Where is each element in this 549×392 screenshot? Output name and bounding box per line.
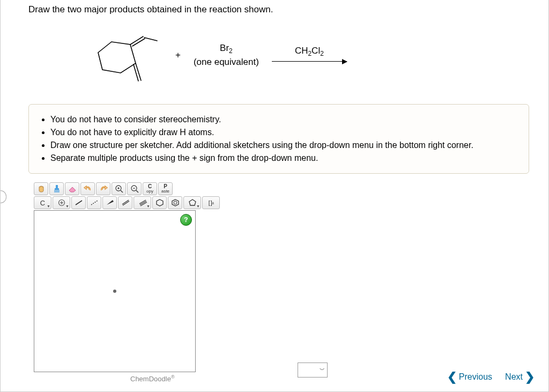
sketcher-area: C opy P aste C ▼ ▼ [34, 182, 313, 383]
plus-sign: + [175, 50, 181, 61]
nav-buttons: ❮ Previous Next ❯ [447, 371, 535, 383]
instruction-item: You do not have to explicitly draw H ato… [50, 126, 519, 139]
erase-tool[interactable] [65, 182, 79, 195]
instructions-list: You do not have to consider stereochemis… [39, 113, 519, 165]
paste-tool[interactable]: P aste [158, 182, 173, 195]
svg-rect-7 [55, 188, 59, 190]
chevron-down-icon: ▼ [47, 204, 50, 208]
atom-label: C [40, 199, 45, 207]
copy-tool[interactable]: C opy [143, 182, 157, 195]
solvent-formula: CH2Cl2 [272, 46, 347, 57]
chevron-down-icon: ﹀ [320, 366, 325, 374]
svg-marker-0 [98, 42, 136, 73]
reaction-scheme: + Br2 (one equivalent) CH2Cl2 [82, 20, 529, 90]
add-sketcher-dropdown[interactable]: ﹀ [298, 363, 328, 378]
zoom-out-tool[interactable] [127, 182, 142, 195]
svg-line-3 [144, 38, 157, 41]
sketcher-canvas[interactable]: ? [34, 210, 196, 372]
page-container: Draw the two major products obtained in … [0, 0, 549, 392]
ring-tool[interactable]: ▼ [183, 196, 201, 209]
chevron-down-icon: ▼ [196, 204, 200, 208]
instruction-item: Draw one structure per sketcher. Add add… [50, 139, 519, 152]
zoom-in-tool[interactable] [112, 182, 126, 195]
svg-rect-6 [56, 185, 58, 188]
instruction-item: Separate multiple products using the + s… [50, 152, 519, 165]
dotted-bond-tool[interactable] [87, 196, 101, 209]
svg-line-18 [76, 201, 82, 205]
svg-line-5 [133, 64, 138, 81]
wedge-bond-tool[interactable] [102, 196, 117, 209]
solvent-pre: CH [295, 46, 308, 56]
help-button[interactable]: ? [180, 214, 192, 226]
paste-bottom: aste [161, 189, 169, 194]
reagent-block: Br2 (one equivalent) [194, 42, 259, 69]
next-button[interactable]: Next ❯ [505, 371, 535, 383]
copy-bottom: opy [146, 189, 153, 194]
svg-line-4 [136, 63, 141, 80]
instruction-item: You do not have to consider stereochemis… [50, 113, 519, 126]
cyclohexane-tool[interactable] [152, 196, 167, 209]
triple-bond-tool[interactable]: ▼ [133, 196, 151, 209]
reagent-text: Br [220, 43, 229, 53]
brand-text: ChemDoodle [130, 375, 171, 383]
svg-marker-26 [157, 199, 163, 206]
hand-tool[interactable] [34, 182, 48, 195]
brand-sup: ® [171, 374, 175, 380]
chevron-down-icon: ▼ [146, 204, 150, 208]
svg-line-19 [91, 201, 98, 205]
reagent-formula: Br2 [194, 42, 259, 56]
double-bond-tool[interactable] [118, 196, 132, 209]
previous-label: Previous [459, 372, 492, 382]
clean-tool[interactable] [49, 182, 64, 195]
reagent-note: (one equivalent) [194, 56, 259, 69]
content-area: Draw the two major products obtained in … [1, 0, 548, 383]
chevron-down-icon: ▼ [65, 204, 69, 208]
single-bond-tool[interactable] [71, 196, 86, 209]
svg-line-13 [136, 190, 138, 193]
benzene-tool[interactable] [168, 196, 182, 209]
solvent-mid: Cl [311, 46, 320, 56]
svg-marker-20 [107, 200, 114, 205]
bracket-tool[interactable]: [ ]± [202, 196, 220, 209]
atom-tool[interactable]: C ▼ [34, 196, 51, 209]
svg-marker-29 [189, 199, 196, 205]
previous-button[interactable]: ❮ Previous [447, 371, 492, 383]
redo-tool[interactable] [96, 182, 110, 195]
question-text: Draw the two major products obtained in … [28, 4, 529, 15]
chevron-left-icon: ❮ [447, 371, 457, 383]
instructions-box: You do not have to consider stereochemis… [28, 104, 529, 174]
undo-tool[interactable] [80, 182, 95, 195]
charge-tool[interactable]: ▼ [53, 196, 70, 209]
svg-point-28 [174, 201, 177, 204]
toolbar-row-1: C opy P aste [34, 182, 313, 195]
reagent-sub: 2 [229, 47, 233, 55]
chevron-right-icon: ❯ [525, 371, 535, 383]
reactant-structure [82, 20, 162, 90]
toolbar-row-2: C ▼ ▼ [34, 196, 313, 209]
chemdoodle-brand: ChemDoodle® [130, 374, 313, 383]
help-label: ? [184, 216, 188, 224]
svg-marker-27 [172, 199, 179, 206]
carbon-placeholder-dot [113, 290, 116, 293]
svg-line-9 [121, 190, 123, 193]
solvent-block: CH2Cl2 [272, 46, 347, 64]
reaction-arrow [272, 61, 347, 62]
solvent-sub2: 2 [320, 50, 324, 58]
next-label: Next [505, 372, 523, 382]
